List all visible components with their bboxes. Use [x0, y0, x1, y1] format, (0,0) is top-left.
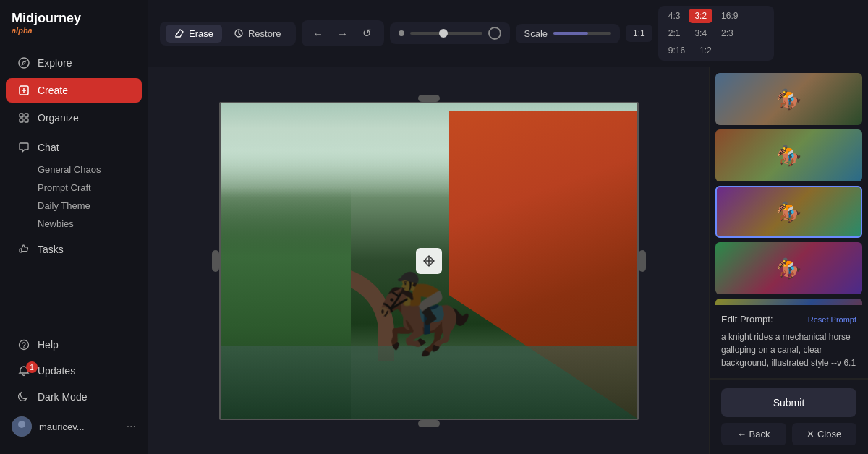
app-title: Midjourney: [12, 12, 136, 26]
restore-icon: [234, 28, 244, 38]
svg-rect-5: [25, 119, 28, 122]
history-group: ← → ↺: [302, 20, 384, 46]
user-row[interactable]: mauricev... ···: [0, 411, 148, 442]
logo-area: Midjourney alpha: [0, 12, 148, 49]
canvas-handle-left[interactable]: [212, 250, 219, 272]
ratio-3-2-button[interactable]: 3:2: [689, 9, 712, 23]
brush-size-slider[interactable]: [410, 32, 482, 35]
sidebar-item-chat[interactable]: Chat: [6, 136, 142, 159]
scale-slider-fill: [553, 32, 588, 35]
sidebar-item-create[interactable]: Create: [6, 78, 142, 103]
canvas-image[interactable]: 🏇: [221, 103, 637, 419]
brush-size-thumb[interactable]: [439, 29, 448, 38]
close-button[interactable]: ✕ Close: [792, 423, 857, 445]
sidebar-item-updates-label: Updates: [38, 365, 75, 377]
ratio-9-16-button[interactable]: 9:16: [663, 43, 691, 58]
sidebar-item-explore-label: Explore: [38, 57, 72, 69]
prompt-label: Edit Prompt:: [721, 314, 773, 325]
svg-point-9: [18, 421, 25, 428]
svg-rect-6: [20, 249, 22, 252]
reset-button[interactable]: ↺: [357, 23, 378, 43]
main-content: Erase Restore ← → ↺: [148, 0, 868, 454]
ratio-1-1-button[interactable]: 1:1: [626, 25, 652, 42]
thumbnail-5[interactable]: [715, 299, 862, 305]
thumbs-up-icon: [17, 243, 30, 256]
grid-icon: [17, 111, 30, 124]
ratio-2-3-button[interactable]: 2:3: [715, 26, 739, 40]
canvas-handle-bottom[interactable]: [418, 420, 440, 427]
erase-icon: [174, 28, 184, 38]
prompt-area: Edit Prompt: Reset Prompt a knight rides…: [710, 305, 868, 379]
canvas-container[interactable]: 🏇: [219, 102, 639, 420]
sidebar-item-dark-mode[interactable]: Dark Mode: [6, 385, 142, 409]
svg-rect-4: [20, 119, 23, 122]
back-button[interactable]: ← Back: [721, 423, 786, 445]
chat-subitems: General Chaos Prompt Craft Daily Theme N…: [0, 160, 148, 233]
ratio-4-3-button[interactable]: 4:3: [663, 9, 686, 23]
thumbnail-4[interactable]: [715, 242, 862, 294]
erase-button[interactable]: Erase: [166, 25, 222, 43]
thumbnail-1[interactable]: [715, 73, 862, 125]
right-panel: Edit Prompt: Reset Prompt a knight rides…: [709, 67, 868, 454]
create-icon: [17, 84, 30, 97]
thumbnail-2[interactable]: [715, 129, 862, 181]
prompt-header: Edit Prompt: Reset Prompt: [721, 314, 856, 325]
workspace: 🏇: [148, 67, 868, 454]
chat-section: Chat General Chaos Prompt Craft Daily Th…: [0, 132, 148, 236]
sidebar: Midjourney alpha Explore Create: [0, 0, 148, 454]
restore-button[interactable]: Restore: [225, 25, 290, 43]
help-icon: [17, 338, 30, 351]
erase-restore-group: Erase Restore: [160, 22, 296, 46]
undo-button[interactable]: ←: [307, 23, 329, 43]
ratio-16-9-button[interactable]: 16:9: [715, 9, 744, 23]
sidebar-item-create-label: Create: [38, 85, 68, 96]
svg-rect-3: [25, 113, 28, 117]
sidebar-item-chat-label: Chat: [38, 142, 59, 153]
reset-prompt-link[interactable]: Reset Prompt: [808, 315, 856, 324]
app-subtitle: alpha: [12, 26, 136, 35]
updates-badge: 1: [26, 361, 38, 373]
sidebar-item-daily-theme[interactable]: Daily Theme: [32, 197, 148, 215]
svg-rect-2: [20, 113, 23, 117]
sidebar-item-tasks-label: Tasks: [38, 244, 64, 255]
brush-size-group: [390, 22, 510, 44]
scale-slider[interactable]: [553, 32, 611, 35]
canvas-handle-right[interactable]: [639, 250, 646, 272]
sidebar-item-tasks[interactable]: Tasks: [6, 237, 142, 262]
bottom-nav-buttons: ← Back ✕ Close: [721, 423, 856, 445]
submit-button[interactable]: Submit: [721, 388, 856, 417]
compass-icon: [17, 56, 30, 69]
sidebar-item-organize[interactable]: Organize: [6, 106, 142, 130]
canvas-handle-top[interactable]: [418, 95, 440, 102]
thumbnail-3[interactable]: [715, 186, 862, 238]
svg-point-0: [19, 58, 29, 68]
chat-icon: [17, 141, 30, 154]
ratio-1-2-button[interactable]: 1:2: [694, 43, 718, 58]
ratio-group: 4:3 3:2 16:9 2:1 3:4 2:3 9:16 1:2: [658, 6, 774, 61]
sidebar-item-prompt-craft[interactable]: Prompt Craft: [32, 179, 148, 197]
canvas-move-handle[interactable]: [416, 248, 442, 274]
submit-area: Submit ← Back ✕ Close: [710, 379, 868, 454]
user-name: mauricev...: [39, 421, 119, 432]
prompt-text: a knight rides a mechanical horse gallop…: [721, 330, 856, 369]
knight-silhouette: 🏇: [374, 274, 473, 354]
user-more-button[interactable]: ···: [127, 420, 136, 433]
sidebar-item-updates[interactable]: Updates 1: [6, 359, 142, 383]
sidebar-bottom: Help Updates 1 Dark Mode: [0, 322, 148, 442]
sidebar-item-newbies[interactable]: Newbies: [32, 215, 148, 233]
redo-button[interactable]: →: [332, 23, 354, 43]
scale-label: Scale: [524, 28, 548, 39]
scale-group: Scale: [516, 24, 621, 43]
brush-size-large-indicator: [488, 27, 501, 40]
sidebar-item-help-label: Help: [38, 339, 59, 351]
toolbar: Erase Restore ← → ↺: [148, 0, 868, 67]
brush-size-small-indicator: [399, 30, 404, 36]
sidebar-item-help[interactable]: Help: [6, 333, 142, 357]
canvas-wrapper: 🏇: [148, 67, 709, 454]
sidebar-item-explore[interactable]: Explore: [6, 51, 142, 75]
sidebar-item-general-chaos[interactable]: General Chaos: [32, 160, 148, 179]
ratio-2-1-button[interactable]: 2:1: [663, 26, 686, 40]
avatar: [12, 416, 32, 437]
ratio-3-4-button[interactable]: 3:4: [689, 26, 712, 40]
thumbnails-list: [710, 67, 868, 305]
